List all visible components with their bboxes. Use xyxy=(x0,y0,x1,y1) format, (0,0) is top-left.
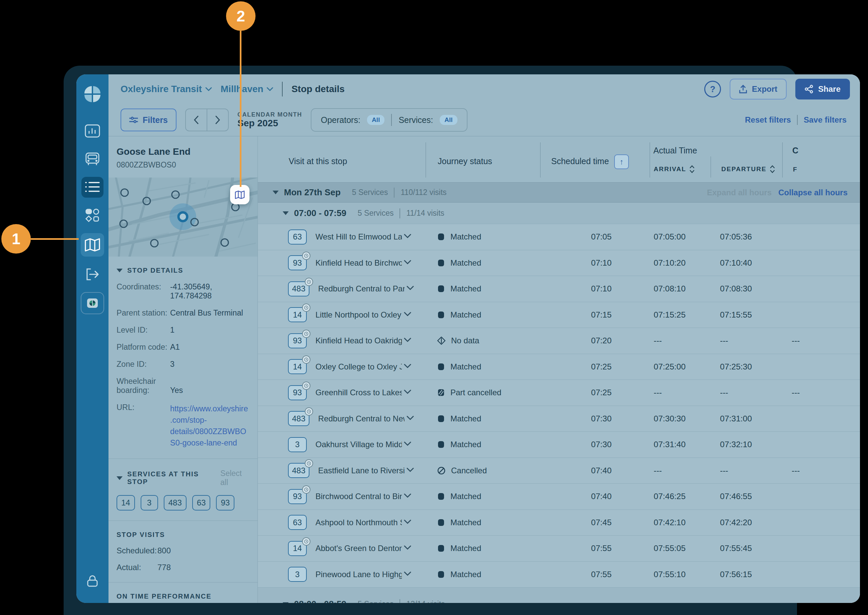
chevron-down-icon[interactable] xyxy=(404,545,411,550)
matched-icon xyxy=(437,259,445,267)
stop-map-thumbnail[interactable] xyxy=(109,178,257,257)
visit-table-row[interactable]: 93Kinfield Head to Birchwo...Matched07:1… xyxy=(258,250,860,276)
expand-row-chevron[interactable] xyxy=(407,286,414,292)
expand-row-chevron[interactable] xyxy=(404,442,411,448)
visit-table-row[interactable]: 14Abbot's Green to Denton...Matched07:55… xyxy=(258,535,860,562)
sort-ascending-button[interactable]: ↑ xyxy=(614,155,629,169)
expand-row-chevron[interactable] xyxy=(404,493,411,499)
departure-subheader[interactable]: DEPARTURE xyxy=(722,165,775,173)
visit-table-row[interactable]: 93Greenhill Cross to Lakesi...Part cance… xyxy=(258,380,860,406)
save-filters-link[interactable]: Save filters xyxy=(804,115,846,125)
clipped-column-value: --- xyxy=(782,336,860,345)
service-chip[interactable]: 14 xyxy=(117,495,135,510)
scheduled-time-value: 07:55 xyxy=(540,544,650,553)
col-scheduled-header[interactable]: Scheduled time↑ xyxy=(551,155,629,169)
chevron-down-icon[interactable] xyxy=(404,493,411,498)
chevron-down-icon[interactable] xyxy=(404,364,411,368)
reset-filters-link[interactable]: Reset filters xyxy=(745,115,791,125)
chevron-down-icon[interactable] xyxy=(407,468,414,472)
next-month-button[interactable] xyxy=(207,109,228,131)
stop-details-section: STOP DETAILS Coordinates:-41.305649, 174… xyxy=(117,267,249,448)
expand-row-chevron[interactable] xyxy=(404,571,411,578)
breadcrumb-area[interactable]: Millhaven xyxy=(221,84,274,94)
visit-table-row[interactable]: 14Little Northpool to Oxley J...Matched0… xyxy=(258,302,860,328)
expand-all-hours-link[interactable]: Expand all hours xyxy=(707,188,771,197)
sidebar-item-lock[interactable] xyxy=(81,571,103,592)
visit-table-row[interactable]: 63West Hill to Elmwood Lan...Matched07:0… xyxy=(258,224,860,250)
timetable-clock-badge xyxy=(302,537,310,546)
service-badge-wrap: 63 xyxy=(288,515,307,530)
services-value-badge[interactable]: All xyxy=(440,115,457,125)
expand-row-chevron[interactable] xyxy=(404,234,411,240)
previous-month-button[interactable] xyxy=(186,109,207,131)
hour-group-row[interactable]: 07:00 - 07:59 5 Services 11/14 visits xyxy=(258,203,860,224)
stop-details-header[interactable]: STOP DETAILS xyxy=(117,267,249,274)
expand-row-chevron[interactable] xyxy=(404,545,411,551)
chevron-down-icon[interactable] xyxy=(404,338,411,342)
service-badge-wrap: 483 xyxy=(288,281,309,297)
chevron-down-icon[interactable] xyxy=(404,442,411,446)
sidebar-item-app-badge[interactable] xyxy=(81,292,104,314)
sidebar-item-analytics[interactable] xyxy=(81,120,103,141)
services-header[interactable]: SERVICES AT THIS STOP Select all xyxy=(117,469,249,487)
service-chip[interactable]: 3 xyxy=(141,495,158,510)
help-glyph: ? xyxy=(710,84,715,94)
next-hour-group-row-clipped[interactable]: 08:00 - 08:59 5 Services 13/14 visits xyxy=(258,587,860,603)
collapse-all-hours-link[interactable]: Collapse all hours xyxy=(778,188,848,197)
sidebar-item-vehicles[interactable] xyxy=(81,149,103,170)
sidebar-item-sign-out[interactable] xyxy=(81,264,103,285)
service-chip[interactable]: 63 xyxy=(192,495,210,510)
share-icon xyxy=(805,85,813,94)
expand-row-chevron[interactable] xyxy=(404,364,411,370)
route-description: Redburgh Central to Park... xyxy=(318,284,405,293)
operators-value-badge[interactable]: All xyxy=(367,115,385,125)
scheduled-time-value: 07:40 xyxy=(540,466,650,475)
sidebar-item-apps[interactable] xyxy=(81,205,103,226)
chevron-down-icon[interactable] xyxy=(404,312,411,317)
arrival-subheader[interactable]: ARRIVAL xyxy=(654,165,695,173)
export-button[interactable]: Export xyxy=(730,79,787,100)
chevron-down-icon[interactable] xyxy=(404,260,411,265)
expand-row-chevron[interactable] xyxy=(404,312,411,318)
breadcrumb-organisation[interactable]: Oxleyshire Transit xyxy=(120,84,212,94)
share-button[interactable]: Share xyxy=(795,79,850,100)
service-chip[interactable]: 483 xyxy=(164,495,187,510)
visit-table-row[interactable]: 3Pinewood Lane to Highg...Matched07:5507… xyxy=(258,562,860,588)
visit-table-row[interactable]: 3Oakhurst Village to Middl...Matched07:3… xyxy=(258,432,860,458)
chevron-down-icon[interactable] xyxy=(404,390,411,394)
sidebar-item-stop-list[interactable] xyxy=(81,177,103,198)
visit-table-row[interactable]: 483Eastfield Lane to Riversid...Cancelle… xyxy=(258,458,860,484)
expand-row-chevron[interactable] xyxy=(404,260,411,266)
select-all-link[interactable]: Select all xyxy=(220,469,249,487)
route-description: Eastfield Lane to Riversid... xyxy=(318,466,405,475)
sidebar-item-map[interactable] xyxy=(81,233,104,257)
detail-value[interactable]: https://www.oxleyshire.com/stop-details/… xyxy=(170,403,249,448)
visit-table-row[interactable]: 63Ashpool to Northmouth S...Matched07:45… xyxy=(258,510,860,536)
actual-departure-value: 07:10:40 xyxy=(711,258,782,268)
expand-row-chevron[interactable] xyxy=(404,390,411,396)
stop-url-link[interactable]: https://www.oxleyshire.com/stop-details/… xyxy=(170,404,248,447)
actual-departure-value: 07:08:30 xyxy=(711,284,782,293)
help-button[interactable]: ? xyxy=(704,81,721,97)
filters-button[interactable]: Filters xyxy=(120,109,176,131)
visit-table-row[interactable]: 93Kinfield Head to Oakridg...No data07:2… xyxy=(258,328,860,354)
part-cancelled-icon xyxy=(437,389,445,396)
expand-row-chevron[interactable] xyxy=(407,468,414,474)
expand-row-chevron[interactable] xyxy=(404,338,411,344)
expand-row-chevron[interactable] xyxy=(407,416,414,422)
visit-table-row[interactable]: 14Oxley College to Oxley Ju...Matched07:… xyxy=(258,354,860,380)
service-chip[interactable]: 93 xyxy=(216,495,234,510)
detail-value: A1 xyxy=(170,343,249,352)
chevron-down-icon[interactable] xyxy=(407,286,414,290)
day-group-row[interactable]: Mon 27th Sep 5 Services 110/112 visits E… xyxy=(258,183,860,203)
visit-table-row[interactable]: 483Redburgh Central to New...Matched07:3… xyxy=(258,406,860,432)
chevron-down-icon[interactable] xyxy=(404,520,411,524)
expand-row-chevron[interactable] xyxy=(404,520,411,526)
chevron-down-icon[interactable] xyxy=(404,234,411,239)
open-map-button[interactable] xyxy=(230,185,249,204)
chevron-down-icon[interactable] xyxy=(404,571,411,576)
status-icon-wrap xyxy=(437,440,445,448)
chevron-down-icon[interactable] xyxy=(407,416,414,420)
visit-table-row[interactable]: 483Redburgh Central to Park...Matched07:… xyxy=(258,276,860,302)
visit-table-row[interactable]: 93Birchwood Central to Birc...Matched07:… xyxy=(258,484,860,510)
